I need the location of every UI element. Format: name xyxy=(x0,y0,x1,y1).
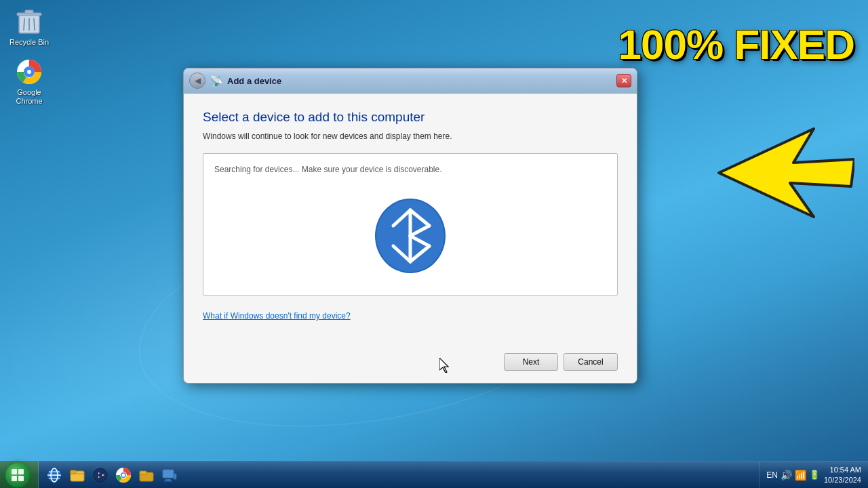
recycle-bin-label: Recycle Bin xyxy=(9,38,49,47)
dialog-heading: Select a device to add to this computer xyxy=(203,110,618,125)
chrome-icon xyxy=(16,58,43,85)
recycle-bin-icon xyxy=(16,8,43,35)
taskbar: EN 🔊 📶 🔋 10:54 AM 10/23/2024 xyxy=(0,461,868,488)
svg-rect-24 xyxy=(18,476,24,481)
svg-rect-40 xyxy=(163,470,174,478)
language-indicator: EN xyxy=(766,470,778,480)
svg-point-37 xyxy=(122,473,125,476)
svg-rect-22 xyxy=(18,469,24,474)
network-icon: 📶 xyxy=(795,470,806,481)
tray-icons: EN 🔊 📶 🔋 xyxy=(766,470,820,481)
svg-line-3 xyxy=(24,18,24,30)
svg-rect-21 xyxy=(12,469,17,474)
svg-rect-42 xyxy=(164,481,172,482)
bluetooth-icon xyxy=(370,195,451,277)
device-search-area: Searching for devices... Make sure your … xyxy=(203,153,618,296)
svg-rect-23 xyxy=(12,476,17,481)
svg-point-34 xyxy=(98,473,102,477)
help-link[interactable]: What if Windows doesn't find my device? xyxy=(203,311,351,321)
bluetooth-icon-container xyxy=(370,188,451,284)
system-tray: EN 🔊 📶 🔋 10:54 AM 10/23/2024 xyxy=(759,462,868,488)
taskbar-pinned-icons xyxy=(39,462,185,488)
desktop-icon-chrome[interactable]: GoogleChrome xyxy=(5,56,53,108)
taskbar-chrome-icon[interactable] xyxy=(113,465,134,485)
svg-rect-39 xyxy=(140,471,146,474)
chrome-label: GoogleChrome xyxy=(16,88,42,106)
svg-line-5 xyxy=(34,18,35,30)
power-icon: 🔋 xyxy=(809,470,820,480)
fixed-overlay-text: 100% FIXED xyxy=(618,20,854,68)
next-button[interactable]: Next xyxy=(504,353,558,371)
desktop: Recycle Bin GoogleChrome 100% FIXED xyxy=(0,0,868,488)
taskbar-devices-icon[interactable] xyxy=(159,465,180,485)
taskbar-media-icon[interactable] xyxy=(90,465,111,485)
cancel-button[interactable]: Cancel xyxy=(564,353,618,371)
clock-time: 10:54 AM xyxy=(824,465,861,474)
back-button[interactable]: ◀ xyxy=(189,73,205,89)
start-orb xyxy=(5,463,30,487)
svg-rect-2 xyxy=(25,10,33,14)
system-clock[interactable]: 10:54 AM 10/23/2024 xyxy=(824,465,861,485)
device-titlebar-icon: 📡 xyxy=(210,75,223,87)
taskbar-ie-icon[interactable] xyxy=(44,465,64,485)
clock-date: 10/23/2024 xyxy=(824,475,861,485)
volume-icon: 🔊 xyxy=(781,470,792,481)
add-device-dialog: ◀ 📡 Add a device ✕ Select a device to ad… xyxy=(183,68,637,384)
taskbar-explorer-icon[interactable] xyxy=(67,465,87,485)
start-button[interactable] xyxy=(0,462,39,488)
svg-marker-10 xyxy=(719,129,854,217)
dialog-buttons-area: Next Cancel xyxy=(184,346,637,383)
svg-point-9 xyxy=(27,70,31,74)
svg-rect-31 xyxy=(71,470,76,474)
searching-text: Searching for devices... Make sure your … xyxy=(214,165,442,174)
close-button[interactable]: ✕ xyxy=(616,74,631,87)
dialog-titlebar: ◀ 📡 Add a device ✕ xyxy=(184,68,637,94)
dialog-content: Select a device to add to this computer … xyxy=(184,94,637,346)
dialog-title: Add a device xyxy=(227,76,281,86)
desktop-icon-recycle-bin[interactable]: Recycle Bin xyxy=(5,5,53,49)
taskbar-folder-icon[interactable] xyxy=(136,465,157,485)
back-icon: ◀ xyxy=(195,76,201,85)
svg-rect-43 xyxy=(174,474,176,479)
arrow-indicator xyxy=(678,122,854,226)
close-icon: ✕ xyxy=(621,77,627,85)
dialog-subtitle: Windows will continue to look for new de… xyxy=(203,131,618,141)
svg-rect-41 xyxy=(165,479,171,481)
